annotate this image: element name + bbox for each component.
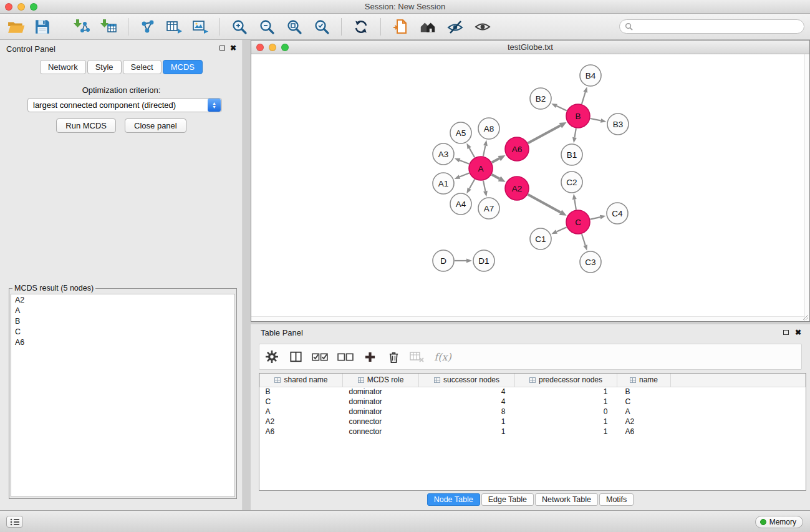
mcds-result-item[interactable]: B xyxy=(11,316,234,327)
network-node-A1[interactable]: A1 xyxy=(433,173,454,194)
save-button[interactable] xyxy=(31,16,54,37)
criterion-dropdown[interactable]: largest connected component (directed) ▲… xyxy=(27,98,222,112)
table-cell[interactable]: A xyxy=(260,407,343,417)
network-edge[interactable] xyxy=(574,128,576,138)
network-node-C2[interactable]: C2 xyxy=(561,172,582,193)
network-canvas[interactable]: B4B2BB3A5A8A6B1A3AA1A2C2A4A7C4CC1C3DD1 xyxy=(251,54,809,321)
horizontal-scrollbar[interactable] xyxy=(251,316,804,321)
refresh-button[interactable] xyxy=(350,16,372,37)
export-table-button[interactable] xyxy=(163,16,185,37)
open-document-button[interactable] xyxy=(389,16,412,37)
import-table-button[interactable] xyxy=(97,16,120,37)
close-panel-button[interactable]: Close panel xyxy=(125,118,186,133)
network-edge[interactable] xyxy=(556,106,567,111)
delete-column-button[interactable] xyxy=(382,346,405,367)
select-all-button[interactable] xyxy=(307,346,333,367)
column-header-successor-nodes[interactable]: successor nodes xyxy=(419,374,515,387)
network-node-B4[interactable]: B4 xyxy=(580,65,601,86)
tab-node-table[interactable]: Node Table xyxy=(427,493,480,506)
network-edge[interactable] xyxy=(492,175,499,179)
mcds-result-list[interactable]: A2ABCA6 xyxy=(11,294,235,497)
table-cell[interactable]: A xyxy=(617,407,671,417)
mcds-result-item[interactable]: A xyxy=(11,306,234,316)
float-panel-icon[interactable] xyxy=(219,46,225,51)
network-edge[interactable] xyxy=(528,195,561,213)
unselect-all-button[interactable] xyxy=(333,346,358,367)
table-cell[interactable]: dominator xyxy=(343,407,419,417)
search-input[interactable] xyxy=(636,22,799,31)
export-image-button[interactable] xyxy=(189,16,211,37)
zoom-fit-button[interactable] xyxy=(283,16,306,37)
network-edge[interactable] xyxy=(483,181,485,191)
table-cell[interactable]: B xyxy=(617,387,671,397)
table-cell[interactable]: 1 xyxy=(515,387,617,397)
tab-style[interactable]: Style xyxy=(87,60,122,74)
table-cell[interactable]: connector xyxy=(343,417,419,427)
function-builder-button[interactable]: f(x) xyxy=(429,346,456,367)
open-folder-button[interactable] xyxy=(5,16,27,37)
network-node-C1[interactable]: C1 xyxy=(530,228,551,249)
float-panel-icon[interactable] xyxy=(783,330,789,335)
network-node-C4[interactable]: C4 xyxy=(607,203,628,224)
table-cell[interactable]: dominator xyxy=(343,387,419,397)
table-cell[interactable]: C xyxy=(260,397,343,407)
table-cell[interactable]: 4 xyxy=(419,397,515,407)
column-header-predecessor-nodes[interactable]: predecessor nodes xyxy=(515,374,617,387)
table-cell[interactable]: A2 xyxy=(617,417,671,427)
table-cell[interactable]: B xyxy=(260,387,343,397)
task-history-button[interactable] xyxy=(6,516,23,528)
table-cell[interactable]: C xyxy=(617,397,671,407)
run-mcds-button[interactable]: Run MCDS xyxy=(56,118,116,133)
network-edge[interactable] xyxy=(483,145,485,156)
network-node-C3[interactable]: C3 xyxy=(580,251,601,273)
network-edge[interactable] xyxy=(582,92,586,104)
search-field[interactable] xyxy=(619,19,804,34)
network-node-B2[interactable]: B2 xyxy=(530,88,551,109)
mcds-result-item[interactable]: C xyxy=(11,327,234,337)
table-row[interactable]: Adominator80A xyxy=(260,407,806,417)
network-edge[interactable] xyxy=(528,125,561,143)
network-node-A8[interactable]: A8 xyxy=(478,118,499,139)
table-row[interactable]: A2connector11A2 xyxy=(260,417,806,427)
network-tool-button[interactable] xyxy=(137,16,159,37)
table-cell[interactable]: connector xyxy=(343,427,419,437)
network-edge[interactable] xyxy=(591,118,601,120)
table-cell[interactable]: A6 xyxy=(617,427,671,437)
vertical-scrollbar[interactable] xyxy=(804,54,809,321)
table-cell[interactable]: 1 xyxy=(419,427,515,437)
tab-network-table[interactable]: Network Table xyxy=(535,493,598,506)
table-cell[interactable]: 1 xyxy=(515,427,617,437)
network-edge[interactable] xyxy=(460,173,469,177)
table-cell[interactable]: A6 xyxy=(260,427,343,437)
table-cell[interactable]: 8 xyxy=(419,407,515,417)
network-node-C[interactable]: C xyxy=(566,210,590,234)
network-node-A5[interactable]: A5 xyxy=(450,122,471,143)
tab-mcds[interactable]: MCDS xyxy=(163,60,203,74)
column-header-name[interactable]: name xyxy=(617,374,671,387)
network-node-D1[interactable]: D1 xyxy=(473,250,494,271)
zoom-out-button[interactable] xyxy=(256,16,278,37)
tab-network[interactable]: Network xyxy=(40,60,86,74)
network-node-A7[interactable]: A7 xyxy=(478,198,499,219)
table-cell[interactable]: 0 xyxy=(515,407,617,417)
mcds-result-item[interactable]: A6 xyxy=(11,337,234,348)
close-panel-icon[interactable]: ✖ xyxy=(795,328,801,337)
table-row[interactable]: Cdominator41C xyxy=(260,397,806,407)
table-settings-button[interactable] xyxy=(259,346,284,367)
network-node-A4[interactable]: A4 xyxy=(450,193,471,215)
network-edge[interactable] xyxy=(492,158,499,162)
network-node-D[interactable]: D xyxy=(433,250,454,271)
mcds-result-item[interactable]: A2 xyxy=(11,295,234,306)
network-edge[interactable] xyxy=(470,179,475,188)
table-row[interactable]: Bdominator41B xyxy=(260,387,806,397)
delete-table-button[interactable] xyxy=(405,346,429,367)
memory-button[interactable]: Memory xyxy=(755,516,803,528)
table-cell[interactable]: 1 xyxy=(515,397,617,407)
network-edge[interactable] xyxy=(582,234,586,245)
show-graphics-button[interactable] xyxy=(471,16,494,37)
tab-edge-table[interactable]: Edge Table xyxy=(481,493,534,506)
table-row[interactable]: A6connector11A6 xyxy=(260,427,806,437)
import-network-button[interactable] xyxy=(70,16,92,37)
network-edge[interactable] xyxy=(574,200,576,210)
tab-motifs[interactable]: Motifs xyxy=(599,493,634,506)
